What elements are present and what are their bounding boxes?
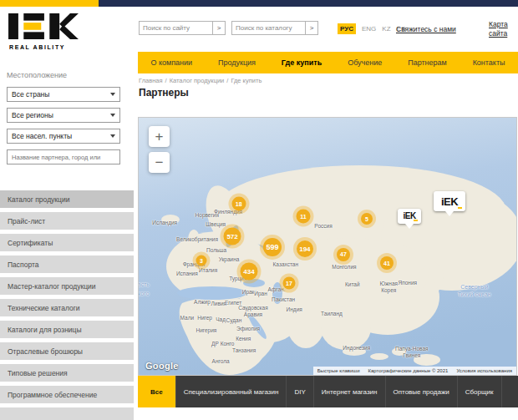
- filter-tab[interactable]: DIY: [287, 376, 313, 407]
- map-attribution: Быстрые клавиши Картографические данные …: [313, 367, 516, 375]
- map-cluster-marker[interactable]: 47: [337, 248, 350, 261]
- zoom-in-button[interactable]: +: [149, 126, 170, 147]
- chevron-down-icon: [110, 93, 115, 96]
- iek-pin-marker[interactable]: iEK: [398, 209, 421, 224]
- map-data-credit: Картографические данные © 2021: [368, 368, 449, 373]
- map-terms-link[interactable]: Условия использования: [456, 368, 512, 373]
- map-cluster-marker[interactable]: 434: [240, 262, 257, 280]
- catalog-search-input[interactable]: [231, 21, 305, 35]
- filter-tab[interactable]: Оптовые продажи: [386, 376, 458, 407]
- breadcrumb-segment: / Каталог продукции: [163, 77, 225, 84]
- sitemap-link[interactable]: Карта сайта: [489, 20, 508, 39]
- map-cluster-marker[interactable]: 5: [361, 213, 373, 225]
- filter-tab[interactable]: Все: [138, 376, 176, 407]
- site-search-input[interactable]: [139, 21, 212, 35]
- site-search: >: [139, 21, 226, 35]
- map-cluster-marker[interactable]: 11: [297, 209, 311, 223]
- breadcrumb-link[interactable]: Где купить: [231, 77, 262, 84]
- chevron-down-icon: [110, 134, 115, 138]
- iek-pin-marker[interactable]: iEK: [434, 191, 465, 211]
- main-nav: О компанииПродукцияГде купитьОбучениеПар…: [138, 52, 518, 73]
- city-select-value: Все насел. пункты: [12, 132, 72, 140]
- map-cluster-marker[interactable]: 599: [263, 238, 282, 256]
- map-cluster-marker[interactable]: 41: [380, 256, 394, 270]
- logo-tagline: REAL ABILITY: [9, 44, 65, 50]
- nav-item[interactable]: Продукция: [218, 58, 256, 67]
- partner-search-input[interactable]: [7, 149, 120, 164]
- sidebar-menu-item[interactable]: Каталог продукции: [0, 190, 134, 208]
- country-select[interactable]: Все страны: [7, 87, 120, 102]
- map-cluster-marker[interactable]: 18: [231, 196, 246, 210]
- site-search-button[interactable]: >: [212, 21, 226, 35]
- location-section-title: Местоположение: [7, 71, 67, 79]
- map-cluster-marker[interactable]: 3: [196, 255, 207, 266]
- sidebar-menu-item[interactable]: Мастер-каталог продукции: [0, 277, 134, 295]
- iek-pin-accent: [458, 207, 462, 209]
- contact-us-link[interactable]: Свяжитесь с нами: [396, 25, 456, 33]
- nav-item[interactable]: Где купить: [282, 58, 322, 67]
- country-select-value: Все страны: [12, 90, 49, 99]
- page-title: Партнеры: [139, 87, 189, 99]
- map-canvas: [139, 118, 516, 375]
- breadcrumb-separator: /: [226, 77, 228, 84]
- catalog-search-button[interactable]: >: [305, 21, 318, 35]
- region-select-value: Все регионы: [12, 111, 53, 119]
- page: REAL ABILITY > > РУСENGKZES Свяжитесь с …: [0, 0, 518, 420]
- catalog-search: >: [231, 21, 318, 35]
- language-option[interactable]: KZ: [382, 25, 390, 33]
- iek-pin-brand: iEK: [441, 195, 458, 208]
- breadcrumb-segment: / Главная: [139, 77, 163, 84]
- iek-logo[interactable]: [8, 13, 79, 39]
- google-logo[interactable]: Google: [145, 361, 179, 371]
- sidebar-menu-item[interactable]: Паспорта: [0, 256, 134, 273]
- breadcrumb-segment: / Где купить: [224, 77, 262, 84]
- filter-tab[interactable]: Интернет магазин: [314, 376, 386, 407]
- iek-logo-glyph: [8, 13, 79, 39]
- region-select[interactable]: Все регионы: [7, 108, 120, 123]
- filter-tab[interactable]: Сборщик: [458, 376, 502, 407]
- chevron-down-icon: [110, 114, 115, 117]
- sidebar-menu-item[interactable]: [0, 407, 134, 420]
- breadcrumb-separator: /: [165, 77, 167, 84]
- sidebar-menu-item[interactable]: Отраслевые брошюры: [0, 342, 134, 360]
- sidebar-menu-item[interactable]: Программное обеспечение: [0, 386, 134, 403]
- nav-item[interactable]: О компании: [150, 58, 192, 67]
- iek-pin-accent: [414, 220, 418, 221]
- header-search-row: > >: [139, 21, 318, 35]
- partners-map[interactable]: ИсландияНорвегияШвецияФинляндияВеликобри…: [138, 117, 517, 376]
- map-cluster-marker[interactable]: 572: [224, 227, 241, 245]
- map-cluster-marker[interactable]: 194: [297, 240, 313, 257]
- top-accent-navy: [99, 0, 518, 7]
- nav-item[interactable]: Обучение: [348, 58, 382, 67]
- sidebar-menu-item[interactable]: Типовые решения: [0, 364, 134, 382]
- breadcrumb-link[interactable]: Главная: [139, 77, 163, 84]
- sidebar-menu-item[interactable]: Прайс-лист: [0, 212, 134, 230]
- city-select[interactable]: Все насел. пункты: [7, 129, 120, 144]
- sidebar-menu-item[interactable]: Технические каталоги: [0, 299, 134, 316]
- map-shortcuts-link[interactable]: Быстрые клавиши: [317, 368, 360, 373]
- language-option[interactable]: РУС: [338, 23, 356, 34]
- top-accent-yellow: [0, 0, 99, 7]
- sidebar-menu-item[interactable]: Каталоги для розницы: [0, 321, 134, 338]
- zoom-out-button[interactable]: −: [149, 152, 170, 173]
- filter-tab[interactable]: Специализированный магазин: [176, 376, 287, 407]
- sidebar-menu: Каталог продукцииПрайс-листСертификатыПа…: [0, 190, 134, 420]
- breadcrumb-link[interactable]: Каталог продукции: [170, 77, 225, 84]
- partner-type-filterbar: ВсеСпециализированный магазинDIYИнтернет…: [138, 376, 518, 407]
- language-option[interactable]: ENG: [362, 25, 376, 33]
- breadcrumb: / Главная / Каталог продукции / Где купи…: [139, 77, 262, 84]
- nav-item[interactable]: Контакты: [473, 58, 505, 67]
- nav-item[interactable]: Партнерам: [408, 58, 447, 67]
- map-cluster-marker[interactable]: 17: [282, 277, 295, 290]
- top-accent-bar: [0, 0, 518, 7]
- sidebar-menu-item[interactable]: Сертификаты: [0, 234, 134, 251]
